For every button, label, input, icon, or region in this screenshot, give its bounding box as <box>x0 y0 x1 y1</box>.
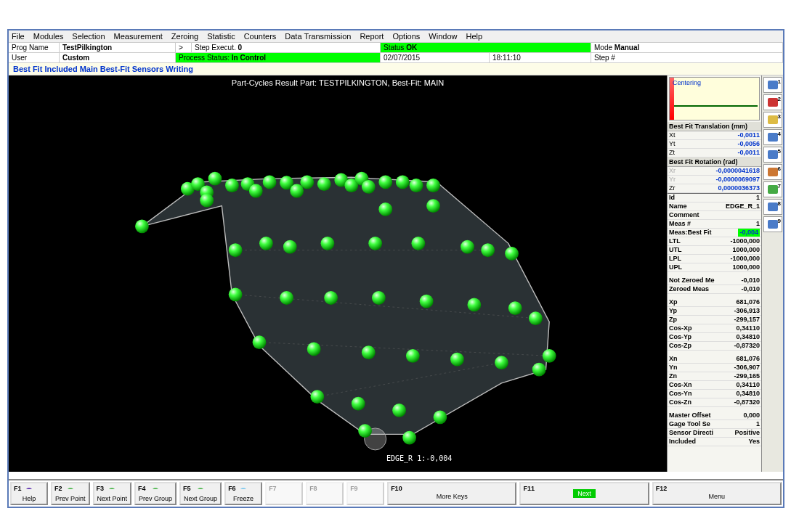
svg-point-13 <box>197 488 204 489</box>
measurement-sphere[interactable] <box>300 175 314 189</box>
measurement-sphere[interactable] <box>508 301 522 315</box>
fkey-f1[interactable]: F1Help <box>10 482 48 505</box>
measurement-sphere[interactable] <box>434 410 447 424</box>
detail-cos-zp: Cos-Zp-0,87320 <box>668 342 761 351</box>
date-cell: 02/07/2015 <box>381 53 490 62</box>
measurement-sphere[interactable] <box>467 298 481 311</box>
menu-modules[interactable]: Modules <box>33 32 64 41</box>
measurement-sphere[interactable] <box>396 175 410 189</box>
measurement-sphere[interactable] <box>229 287 243 301</box>
centering-chart-label: Centering <box>673 79 701 86</box>
measurement-sphere[interactable] <box>372 291 386 305</box>
measurement-sphere[interactable] <box>200 194 214 208</box>
prog-name-value: TestPilkington <box>60 43 176 52</box>
measurement-sphere[interactable] <box>362 180 376 194</box>
info-rows: Prog Name TestPilkington > Step Execut. … <box>9 43 783 63</box>
fkey-f6[interactable]: F6Freeze <box>224 482 262 505</box>
fkey-f9: F9 <box>346 482 384 505</box>
measurement-sphere[interactable] <box>225 179 239 192</box>
side-tool-5[interactable]: 5 <box>763 147 782 163</box>
side-panel: Centering Best Fit Translation (mm) Xt-0… <box>667 75 761 472</box>
part-shape <box>142 177 549 434</box>
side-tool-9[interactable]: 9 <box>763 216 782 232</box>
side-tool-8[interactable]: 8 <box>763 199 782 215</box>
detail-ltl: LTL-1000,000 <box>668 237 761 246</box>
menu-help[interactable]: Help <box>466 32 482 41</box>
measurement-sphere[interactable] <box>208 172 222 186</box>
fkey-f10[interactable]: F10More Keys <box>387 482 516 505</box>
measurement-sphere[interactable] <box>495 356 508 369</box>
3d-viewport[interactable]: Part-Cycles Result Part: TESTPILKINGTON,… <box>9 75 667 472</box>
measurement-sphere[interactable] <box>426 179 440 192</box>
measurement-sphere[interactable] <box>410 179 423 192</box>
measurement-sphere[interactable] <box>378 175 392 189</box>
measurement-sphere[interactable] <box>283 240 297 254</box>
side-tool-3[interactable]: 3 <box>763 112 782 128</box>
measurement-sphere[interactable] <box>317 177 331 191</box>
detail-yn: Yn-306,907 <box>668 364 761 372</box>
measurement-sphere[interactable] <box>426 199 440 213</box>
detail-cos-yn: Cos-Yn0,34810 <box>668 390 761 398</box>
detail-upl: UPL1000,000 <box>668 263 761 272</box>
centering-chart[interactable]: Centering <box>669 77 760 120</box>
measurement-sphere[interactable] <box>229 243 243 257</box>
measurement-sphere[interactable] <box>529 311 543 325</box>
measurement-sphere[interactable] <box>324 291 338 305</box>
measurement-sphere[interactable] <box>259 237 273 250</box>
measurement-sphere[interactable] <box>310 390 324 404</box>
detail-gage-tool-se: Gage Tool Se1 <box>668 420 761 429</box>
menu-file[interactable]: File <box>12 32 25 41</box>
side-tool-4[interactable]: 4 <box>763 129 782 145</box>
measurement-sphere[interactable] <box>450 353 464 367</box>
fkey-f12[interactable]: F12Menu <box>652 482 782 505</box>
measurement-sphere[interactable] <box>420 295 434 308</box>
fkey-f2[interactable]: F2Prev Point <box>51 482 90 505</box>
measurement-sphere[interactable] <box>543 349 556 363</box>
measurement-sphere[interactable] <box>307 343 321 356</box>
measurement-sphere[interactable] <box>321 237 335 250</box>
detail-not-zeroed-me: Not Zeroed Me-0,010 <box>668 277 761 285</box>
measurement-sphere[interactable] <box>249 184 263 198</box>
fkey-f5[interactable]: F5Next Group <box>179 482 222 505</box>
menubar: FileModulesSelectionMeasurementZeroingSt… <box>9 30 783 43</box>
menu-measurement[interactable]: Measurement <box>114 32 163 41</box>
fkey-f4[interactable]: F4Prev Group <box>134 482 177 505</box>
menu-statistic[interactable]: Statistic <box>207 32 235 41</box>
measurement-sphere[interactable] <box>358 424 372 438</box>
menu-data-transmission[interactable]: Data Transmission <box>285 32 351 41</box>
measurement-sphere[interactable] <box>263 175 277 189</box>
svg-rect-4 <box>768 150 778 159</box>
fkey-f11[interactable]: F11Next <box>519 482 649 505</box>
menu-report[interactable]: Report <box>360 32 384 41</box>
measurement-sphere[interactable] <box>532 363 546 377</box>
menu-window[interactable]: Window <box>429 32 457 41</box>
measurement-sphere[interactable] <box>481 243 495 257</box>
measurement-sphere[interactable] <box>290 184 304 198</box>
measurement-sphere[interactable] <box>392 404 406 417</box>
side-tool-2[interactable]: 2 <box>763 94 782 110</box>
side-tool-7[interactable]: 7 <box>763 181 782 197</box>
measurement-sphere[interactable] <box>402 431 416 445</box>
side-tool-6[interactable]: 6 <box>763 164 782 180</box>
measurement-sphere[interactable] <box>362 345 376 359</box>
measurement-sphere[interactable] <box>368 237 382 250</box>
measurement-sphere[interactable] <box>505 247 519 261</box>
side-tool-1[interactable]: 1 <box>763 77 782 93</box>
measurement-sphere[interactable] <box>253 335 267 349</box>
measurement-sphere[interactable] <box>280 291 293 305</box>
menu-zeroing[interactable]: Zeroing <box>171 32 198 41</box>
menu-selection[interactable]: Selection <box>72 32 105 41</box>
detail-comment: Comment <box>668 211 761 220</box>
measurement-sphere[interactable] <box>411 237 425 250</box>
fkey-f8: F8 <box>306 482 344 505</box>
measurement-sphere[interactable] <box>135 219 149 233</box>
menu-counters[interactable]: Counters <box>244 32 277 41</box>
measurement-sphere[interactable] <box>378 202 392 216</box>
fkey-bar: F1HelpF2Prev PointF3Next PointF4Prev Gro… <box>9 479 783 507</box>
measurement-sphere[interactable] <box>352 397 365 411</box>
detail-yp: Yp-306,913 <box>668 307 761 316</box>
menu-options[interactable]: Options <box>392 32 420 41</box>
measurement-sphere[interactable] <box>406 349 420 363</box>
measurement-sphere[interactable] <box>461 240 474 254</box>
fkey-f3[interactable]: F3Next Point <box>93 482 132 505</box>
